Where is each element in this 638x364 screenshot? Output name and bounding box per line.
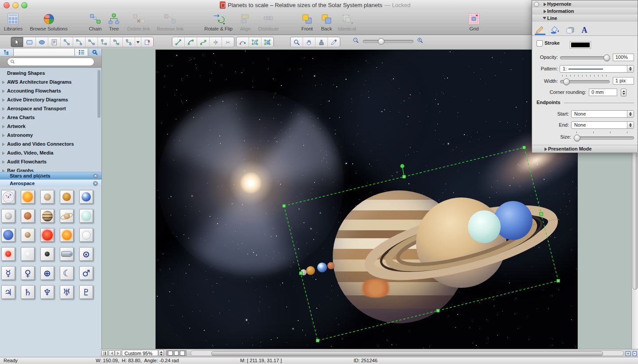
shape-earth[interactable] [79,190,93,204]
library-item-artwork[interactable]: Artwork [0,122,101,131]
fill-style-tab[interactable] [550,23,560,35]
stamp-tool-tool[interactable] [315,37,328,47]
width-slider-thumb[interactable] [563,78,570,85]
end-endpoint-dropdown[interactable]: None [571,121,634,129]
shape-neptune-symbol[interactable]: ♆ [40,285,54,299]
shape-moon[interactable] [1,209,15,223]
shape-saturn-symbol[interactable]: ♄ [21,285,35,299]
library-item-aerospace-and-transport[interactable]: Aerospace and Transport [0,104,101,113]
disclosure-right-icon[interactable] [2,95,7,104]
shape-mars-symbol[interactable]: ♂ [79,266,93,280]
shape-jupiter-symbol[interactable]: ♃ [1,285,15,299]
zoom-in-icon[interactable] [417,37,424,46]
group-edit-tool[interactable] [249,37,261,47]
start-endpoint-dropdown[interactable]: None [571,110,634,118]
disclosure-right-icon[interactable] [2,77,7,86]
end-endpoint-stepper[interactable] [627,122,634,128]
shape-earth-symbol[interactable]: ⊕ [40,266,54,280]
palette-header-aerospace[interactable]: Aerospace × [0,179,101,187]
page-view-buttons[interactable] [166,350,187,356]
pan-tool-tool[interactable] [303,37,315,47]
section-presentation-mode[interactable]: Presentation Mode [532,145,638,153]
dropdown-caret-tool[interactable] [135,37,141,47]
connector-arc-tool[interactable] [73,37,86,47]
disclosure-right-icon[interactable] [2,139,7,148]
corner-rounding-field[interactable]: 0 mm [589,89,617,96]
shape-venus[interactable] [60,190,74,204]
connector-elbow-tool[interactable] [98,37,110,47]
stroke-checkbox[interactable] [537,40,543,46]
connector-direct-tool[interactable] [61,37,73,47]
text-style-tab[interactable]: A [580,23,589,35]
horizontal-scrollbar-thumb[interactable] [211,351,603,356]
library-scrollbar-thumb[interactable] [97,70,101,118]
disclosure-right-icon[interactable] [2,148,7,157]
library-item-drawing-shapes[interactable]: Drawing Shapes [0,69,101,77]
bezier-tool[interactable] [197,37,210,47]
browse-solutions-button[interactable]: Browse Solutions [30,12,68,31]
drawing-page[interactable] [156,50,578,349]
shape-red-dwarf[interactable] [1,247,15,261]
zoom-level-stepper[interactable] [159,350,164,356]
close-library-icon[interactable]: × [93,181,98,186]
previous-page-button[interactable] [109,350,115,356]
select-tool[interactable] [11,37,23,47]
horizontal-scrollbar[interactable] [191,350,624,356]
section-information[interactable]: Information [532,8,638,15]
disconnect-tool[interactable] [141,37,153,47]
shape-pluto[interactable] [21,228,35,242]
selection-handles[interactable] [283,146,560,342]
zoom-tool-tool[interactable] [291,37,303,47]
line-tool[interactable] [172,37,185,47]
disclosure-right-icon[interactable] [2,86,7,95]
search-input[interactable] [17,58,94,66]
tree-view-tab[interactable] [0,49,14,56]
size-slider[interactable] [574,136,634,139]
shape-moon-symbol[interactable]: ☾ [60,266,74,280]
chain-button[interactable]: Chain [89,12,102,31]
disclosure-right-icon[interactable] [2,122,7,131]
search-field[interactable] [7,58,94,66]
shape-venus-symbol[interactable]: ♀ [21,266,35,280]
shape-solar-system[interactable] [1,190,15,204]
ellipse-tool[interactable] [36,37,48,47]
shape-white-dwarf[interactable] [21,247,35,261]
disclosure-right-icon[interactable] [2,157,7,166]
shape-spaceship[interactable] [60,247,74,261]
library-item-aws-architecture-diagrams[interactable]: AWS Architecture Diagrams [0,77,101,86]
zoom-slider-thumb[interactable] [378,38,385,45]
connector-tree-tool[interactable] [110,37,123,47]
rectangle-tool[interactable] [23,37,36,47]
shape-saturn[interactable] [60,209,74,223]
shape-mercury-symbol[interactable]: ☿ [1,266,15,280]
library-item-astronomy[interactable]: Astronomy [0,131,101,139]
library-item-audit-flowcharts[interactable]: Audit Flowcharts [0,157,101,166]
rotation-handle[interactable] [401,164,405,168]
arc-tool[interactable] [185,37,197,47]
disclosure-right-icon[interactable] [2,131,7,139]
stroke-style-tab[interactable] [535,22,545,35]
close-window-button[interactable] [4,2,10,8]
group-lock-tool[interactable] [261,37,273,47]
grid-button[interactable]: Grid [469,12,480,31]
opacity-slider-thumb[interactable] [603,54,610,61]
size-slider-thumb[interactable] [574,135,580,141]
zoom-level-select[interactable]: Custom 95% [122,350,158,356]
palette-header-stars-and-planets[interactable]: Stars and planets × [0,172,101,179]
zoom-window-button[interactable] [21,2,27,8]
fit-page-icon[interactable] [625,350,631,356]
pattern-stepper[interactable] [627,66,634,72]
shape-uranus[interactable] [79,209,93,223]
panel-knob[interactable] [534,2,539,7]
shape-sun[interactable] [21,190,35,204]
shape-mercury[interactable] [40,190,54,204]
library-item-area-charts[interactable]: Area Charts [0,113,101,122]
scissors-tool[interactable]: ✂ [222,37,234,47]
reshape-tool[interactable] [210,37,222,47]
edit-curve-tool[interactable] [237,37,249,47]
front-button[interactable]: Front [301,12,313,31]
library-item-active-directory-diagrams[interactable]: Active Directory Diagrams [0,95,101,104]
zoom-out-icon[interactable] [353,37,359,46]
shape-red-giant[interactable] [40,228,54,242]
zoom-slider-track[interactable] [363,40,413,43]
